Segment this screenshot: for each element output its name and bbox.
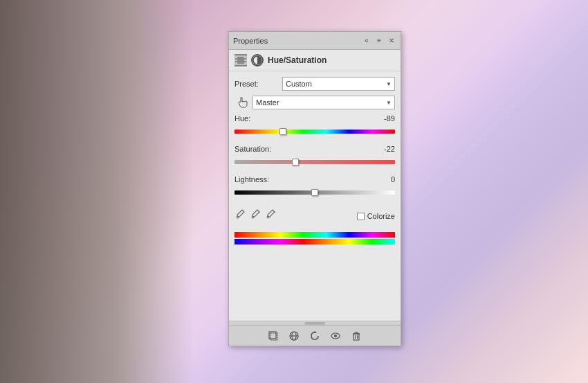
svg-rect-6 (244, 61, 246, 62)
colorize-checkbox[interactable] (357, 213, 365, 220)
svg-rect-2 (244, 56, 246, 64)
eyedropper-subtract-icon[interactable]: − (265, 208, 276, 220)
preset-row: Preset: Custom ▼ (235, 77, 395, 91)
channel-dropdown-arrow: ▼ (386, 100, 392, 106)
hue-label: Hue: (235, 114, 250, 123)
tower-background (0, 0, 194, 383)
hue-slider[interactable] (235, 124, 395, 139)
hand-tool-icon[interactable] (235, 95, 250, 110)
original-color-bar (235, 232, 395, 238)
title-bar-left: Properties (233, 37, 268, 45)
menu-button[interactable]: ≡ (374, 36, 384, 46)
sat-thumb[interactable] (292, 159, 299, 166)
saturation-slider[interactable] (235, 154, 395, 170)
svg-rect-3 (235, 58, 237, 60)
colorize-label: Colorize (367, 212, 395, 220)
clip-to-layer-icon[interactable] (267, 330, 279, 342)
color-bars (235, 232, 395, 244)
section-title: Hue/Saturation (268, 55, 327, 65)
collapse-button[interactable]: « (362, 36, 371, 46)
view-previous-icon[interactable] (288, 330, 300, 342)
eyedropper-group: + − (235, 208, 276, 220)
title-bar: Properties « ≡ ✕ (229, 32, 401, 50)
lightness-section: Lightness: 0 (235, 175, 395, 200)
svg-rect-21 (353, 334, 359, 340)
panel-title-text: Properties (233, 37, 268, 45)
eyedropper-add-icon[interactable]: + (250, 208, 261, 220)
trash-icon[interactable] (350, 330, 362, 342)
saturation-value: -22 (374, 145, 395, 153)
light-thumb[interactable] (311, 189, 318, 196)
panel-content: Preset: Custom ▼ Master ▼ Hue: -8 (229, 71, 401, 251)
eyedropper-icon[interactable] (235, 208, 246, 220)
svg-rect-1 (235, 56, 237, 64)
lightness-value: 0 (374, 175, 395, 184)
hue-section: Hue: -89 (235, 114, 395, 139)
preset-dropdown[interactable]: Custom ▼ (282, 77, 395, 91)
layer-icon (235, 54, 247, 66)
hue-track (235, 130, 395, 134)
reset-icon[interactable] (309, 330, 321, 342)
close-button[interactable]: ✕ (387, 36, 396, 46)
visibility-icon[interactable] (329, 330, 342, 342)
channel-row: Master ▼ (235, 95, 395, 110)
adjusted-color-bar (235, 239, 395, 244)
light-track (235, 190, 395, 195)
channel-dropdown[interactable]: Master ▼ (252, 96, 395, 109)
svg-rect-4 (235, 61, 237, 62)
colorize-row: Colorize (357, 212, 395, 220)
hue-value: -89 (374, 114, 395, 123)
saturation-section: Saturation: -22 (235, 145, 395, 170)
saturation-label: Saturation: (235, 145, 271, 153)
sat-header: Saturation: -22 (235, 145, 395, 153)
svg-rect-5 (244, 58, 246, 60)
panel-header: Hue/Saturation (229, 50, 401, 71)
svg-point-20 (334, 335, 337, 337)
tools-row: + − Colorize (235, 206, 395, 226)
adjustment-icon (251, 54, 264, 66)
hue-header: Hue: -89 (235, 114, 395, 123)
lightness-label: Lightness: (235, 175, 269, 184)
preset-dropdown-arrow: ▼ (386, 81, 392, 87)
svg-text:−: − (273, 210, 275, 214)
light-header: Lightness: 0 (235, 175, 395, 184)
scrollbar-thumb (304, 322, 325, 325)
hue-thumb[interactable] (279, 128, 286, 135)
preset-label: Preset: (235, 80, 279, 88)
title-bar-right: « ≡ ✕ (362, 36, 396, 46)
bottom-toolbar (229, 325, 401, 346)
lightness-slider[interactable] (235, 185, 395, 200)
properties-panel: Properties « ≡ ✕ (228, 31, 401, 346)
channel-value: Master (256, 98, 279, 107)
preset-value: Custom (286, 80, 312, 88)
sat-track (235, 160, 395, 164)
svg-text:+: + (258, 210, 260, 214)
